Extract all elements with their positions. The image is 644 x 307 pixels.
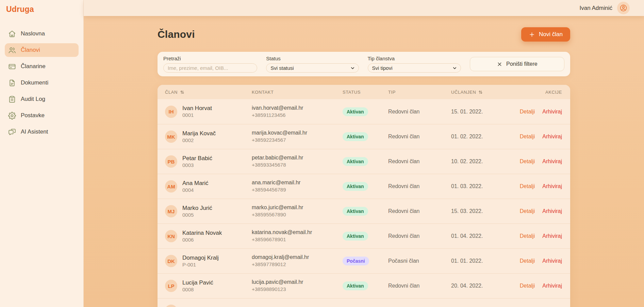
- member-email: domagoj.kralj@email.hr: [252, 254, 343, 261]
- sidebar-item-naslovna[interactable]: Naslovna: [5, 27, 79, 41]
- table-row: KN Katarina Novak 0006 katarina.novak@em…: [158, 224, 570, 248]
- membership-type-filter-label: Tip članstva: [368, 56, 461, 61]
- sidebar-item-clanarine[interactable]: Članarine: [5, 60, 79, 73]
- table-row: MK Marija Kovač 0002 marija.kovac@email.…: [158, 124, 570, 149]
- details-link[interactable]: Detalji: [520, 158, 535, 165]
- sort-icon: [478, 90, 483, 95]
- column-header-tip: Tip: [388, 90, 451, 95]
- user-avatar-button[interactable]: [617, 2, 630, 14]
- plus-icon: [529, 31, 535, 38]
- status-badge: Aktivan: [343, 157, 368, 166]
- joined-date: 15. 03. 2022.: [451, 208, 523, 214]
- avatar: LP: [165, 280, 177, 292]
- archive-link[interactable]: Arhiviraj: [542, 134, 562, 140]
- member-email: marija.kovac@email.hr: [252, 129, 343, 137]
- table-row: LP Lucija Pavić 0008 lucija.pavic@email.…: [158, 273, 570, 298]
- member-id: 0003: [182, 162, 212, 169]
- status-badge: Aktivan: [343, 107, 368, 116]
- sidebar-item-label: Dokumenti: [21, 79, 48, 86]
- chat-icon: [8, 128, 16, 136]
- status-badge: Počasni: [343, 257, 369, 265]
- archive-link[interactable]: Arhiviraj: [542, 258, 562, 264]
- details-link[interactable]: Detalji: [520, 283, 535, 289]
- avatar: DK: [165, 255, 177, 267]
- member-email: ana.maric@email.hr: [252, 179, 343, 186]
- column-header-kontakt: Kontakt: [252, 90, 343, 95]
- status-badge: Aktivan: [343, 182, 368, 191]
- details-link[interactable]: Detalji: [520, 258, 535, 264]
- status-filter-label: Status: [266, 56, 359, 61]
- membership-type: Redovni član: [388, 158, 451, 165]
- filter-bar: Pretraži Status Svi statusi Tip članstva: [158, 52, 570, 76]
- column-header-član[interactable]: Član: [165, 90, 252, 95]
- table-row: AM Ana Marić 0004 ana.maric@email.hr +38…: [158, 174, 570, 199]
- archive-link[interactable]: Arhiviraj: [542, 208, 562, 214]
- sidebar-item-clanovi[interactable]: Članovi: [5, 43, 79, 57]
- search-input[interactable]: [163, 63, 257, 73]
- user-circle-icon: [620, 4, 627, 12]
- joined-date: 20. 04. 2022.: [451, 283, 523, 289]
- search-label: Pretraži: [163, 56, 257, 61]
- sidebar-nav: NaslovnaČlanoviČlanarineDokumentiAudit L…: [5, 27, 79, 139]
- details-link[interactable]: Detalji: [520, 233, 535, 239]
- main-area: Ivan Adminić Članovi Novi član Pretraži …: [84, 0, 644, 307]
- users-icon: [8, 46, 16, 54]
- member-id: 0002: [182, 137, 216, 144]
- member-name: Marko Jurić: [182, 204, 212, 212]
- member-email: petar.babic@email.hr: [252, 154, 343, 162]
- status-filter-select[interactable]: Svi statusi: [266, 63, 359, 73]
- member-email: katarina.novak@email.hr: [252, 229, 343, 236]
- clear-filters-button[interactable]: Poništi filtere: [470, 57, 564, 71]
- joined-date: 10. 02. 2022.: [451, 158, 523, 165]
- sort-icon: [180, 90, 185, 95]
- membership-type: Redovni član: [388, 208, 451, 214]
- archive-link[interactable]: Arhiviraj: [542, 158, 562, 165]
- details-link[interactable]: Detalji: [520, 208, 535, 214]
- archive-link[interactable]: Arhiviraj: [542, 183, 562, 189]
- member-phone: +38597789012: [252, 261, 343, 268]
- membership-type: Redovni član: [388, 283, 451, 289]
- topbar: Ivan Adminić: [84, 0, 644, 16]
- column-header-učlanjen[interactable]: Učlanjen: [451, 90, 523, 95]
- status-badge: Aktivan: [343, 232, 368, 241]
- close-icon: [497, 61, 502, 67]
- sidebar-item-label: Naslovna: [21, 30, 45, 37]
- details-link[interactable]: Detalji: [520, 183, 535, 189]
- member-name: Marija Kovač: [182, 130, 216, 137]
- avatar: IH: [165, 106, 177, 118]
- app-logo: Udruga: [6, 5, 79, 14]
- sidebar-item-dokumenti[interactable]: Dokumenti: [5, 76, 79, 90]
- avatar: AM: [165, 180, 177, 193]
- joined-date: 01. 02. 2022.: [451, 134, 523, 140]
- member-phone: +38598890123: [252, 286, 343, 293]
- sidebar-item-ai-asistent[interactable]: AI Asistent: [5, 125, 79, 139]
- archive-link[interactable]: Arhiviraj: [542, 283, 562, 289]
- archive-link[interactable]: Arhiviraj: [542, 233, 562, 239]
- sidebar-item-audit-log[interactable]: Audit Log: [5, 92, 79, 106]
- sidebar-item-label: Članovi: [21, 47, 40, 53]
- status-badge: Aktivan: [343, 207, 368, 216]
- table-body: IH Ivan Horvat 0001 ivan.horvat@email.hr…: [158, 99, 570, 307]
- member-name: Ana Marić: [182, 180, 209, 187]
- membership-type-filter-select[interactable]: Svi tipovi: [368, 63, 461, 73]
- membership-type: Redovni član: [388, 233, 451, 239]
- member-phone: +38594456789: [252, 186, 343, 193]
- avatar: MK: [165, 131, 177, 143]
- joined-date: 01. 01. 2022.: [451, 258, 523, 264]
- content: Članovi Novi član Pretraži Status Svi st…: [158, 16, 570, 307]
- joined-date: 15. 01. 2022.: [451, 109, 523, 115]
- table-row: Filip Lovrić filip.lovric@email.hr Detal…: [158, 298, 570, 307]
- member-id: 0005: [182, 212, 212, 218]
- member-phone: +38591123456: [252, 112, 343, 119]
- archive-link[interactable]: Arhiviraj: [542, 109, 562, 115]
- member-phone: +38592234567: [252, 137, 343, 143]
- joined-date: 01. 03. 2022.: [451, 183, 523, 189]
- card-icon: [8, 63, 16, 71]
- sidebar-item-postavke[interactable]: Postavke: [5, 109, 79, 122]
- user-name: Ivan Adminić: [580, 5, 612, 12]
- details-link[interactable]: Detalji: [520, 134, 535, 140]
- details-link[interactable]: Detalji: [520, 109, 535, 115]
- new-member-button[interactable]: Novi član: [521, 27, 570, 42]
- sidebar-item-label: Postavke: [21, 112, 45, 119]
- member-email: marko.juric@email.hr: [252, 204, 343, 211]
